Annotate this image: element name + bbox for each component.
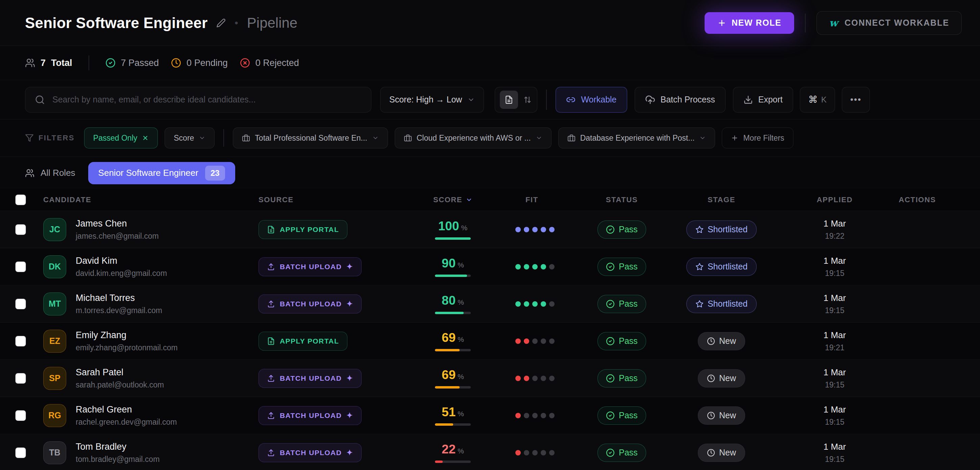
- fit-dot: [532, 450, 538, 456]
- tab-senior-software-engineer[interactable]: Senior Software Engineer 23: [88, 162, 235, 184]
- row-checkbox[interactable]: [16, 373, 26, 384]
- tab-all-roles[interactable]: All Roles: [25, 168, 75, 178]
- stage-badge: New: [698, 369, 745, 387]
- candidate-name[interactable]: David Kim: [76, 256, 167, 266]
- fit-dot: [515, 264, 521, 269]
- sort-arrows-icon[interactable]: [523, 95, 532, 105]
- stage-label: New: [719, 448, 736, 457]
- passed-only-label: Passed Only: [93, 134, 137, 143]
- candidate-name[interactable]: Sarah Patel: [76, 367, 164, 378]
- pipeline-app: Senior Software Engineer • Pipeline NEW …: [0, 0, 980, 470]
- fit-dot: [524, 338, 529, 344]
- row-checkbox[interactable]: [16, 225, 26, 235]
- column-header-stage: STAGE: [678, 196, 779, 204]
- edit-pencil-icon[interactable]: [216, 18, 226, 28]
- chevron-down-icon: [536, 135, 542, 141]
- new-role-button[interactable]: NEW ROLE: [705, 12, 794, 34]
- stats-bar: 7 Total 7 Passed 0 Pending 0 Rejected: [0, 46, 980, 80]
- candidate-name[interactable]: Tom Bradley: [76, 441, 159, 452]
- candidate-name[interactable]: Rachel Green: [76, 405, 177, 415]
- candidate-name[interactable]: James Chen: [76, 218, 159, 229]
- source-label: BATCH UPLOAD: [280, 374, 342, 382]
- batch-process-button[interactable]: Batch Process: [635, 87, 725, 113]
- stage-label: New: [719, 411, 736, 420]
- upload-icon: [267, 449, 275, 457]
- candidate-email: david.kim.eng@gmail.com: [76, 269, 167, 278]
- column-header-score[interactable]: SCORE: [421, 196, 505, 204]
- avatar: RG: [43, 404, 66, 427]
- close-icon[interactable]: [142, 135, 149, 141]
- funnel-icon: [25, 134, 34, 142]
- star-icon: [695, 300, 703, 308]
- filter-chip-metric-1[interactable]: Total Professional Software En...: [233, 127, 388, 148]
- table-row: JC James Chen james.chen@gmail.com APPLY…: [0, 211, 980, 248]
- fit-dot: [549, 227, 555, 232]
- card-view-icon[interactable]: [500, 91, 518, 109]
- fit-dot: [524, 413, 529, 418]
- filter-chip-metric-2[interactable]: Cloud Experience with AWS or ...: [395, 127, 552, 148]
- filter-chip-metric-3[interactable]: Database Experience with Post...: [558, 127, 715, 148]
- score-percent-sign: %: [461, 224, 468, 232]
- new-role-label: NEW ROLE: [732, 18, 782, 28]
- candidate-email: rachel.green.dev@gmail.com: [76, 417, 177, 427]
- source-label: BATCH UPLOAD: [280, 449, 342, 457]
- table-row: RG Rachel Green rachel.green.dev@gmail.c…: [0, 397, 980, 434]
- source-badge: BATCH UPLOAD ✦: [259, 406, 361, 425]
- sort-dropdown[interactable]: Score: High → Low: [380, 87, 484, 113]
- fit-dot: [549, 264, 555, 269]
- applied-date: 1 Mar 19:21: [779, 330, 891, 352]
- score: 69 %: [435, 368, 471, 389]
- star-icon: [695, 226, 703, 234]
- source-badge: BATCH UPLOAD ✦: [259, 443, 361, 462]
- applied-date: 1 Mar 19:15: [779, 441, 891, 464]
- select-all-checkbox[interactable]: [16, 195, 26, 205]
- export-button[interactable]: Export: [733, 87, 793, 113]
- candidate-name[interactable]: Emily Zhang: [76, 330, 178, 341]
- connect-workable-button[interactable]: w CONNECT WORKABLE: [816, 11, 962, 35]
- command-k-label: K: [821, 95, 827, 105]
- score: 100 %: [435, 219, 471, 240]
- candidate-name[interactable]: Michael Torres: [76, 293, 162, 303]
- stat-pending: 0 Pending: [171, 58, 228, 68]
- row-checkbox[interactable]: [16, 411, 26, 421]
- command-k-button[interactable]: ⌘ K: [800, 87, 835, 113]
- active-role-label: Senior Software Engineer: [98, 168, 198, 178]
- fit-dot: [532, 264, 538, 269]
- toolbar: Score: High → Low Workable Batch Proce: [0, 80, 980, 119]
- sort-value: Score: High → Low: [389, 95, 462, 105]
- avatar: TB: [43, 441, 66, 464]
- row-checkbox[interactable]: [16, 336, 26, 346]
- more-filters-button[interactable]: More Filters: [722, 127, 793, 148]
- search-input[interactable]: [52, 94, 361, 105]
- fit-dot: [541, 338, 546, 344]
- top-header: Senior Software Engineer • Pipeline NEW …: [0, 0, 980, 46]
- check-circle-icon: [105, 58, 116, 68]
- score-value: 69: [442, 331, 455, 345]
- row-checkbox[interactable]: [16, 448, 26, 458]
- row-checkbox[interactable]: [16, 262, 26, 272]
- fit-dot: [541, 301, 546, 307]
- status-label: Pass: [619, 411, 638, 420]
- score-percent-sign: %: [458, 373, 464, 381]
- score-chip-label: Score: [174, 134, 194, 143]
- filter-chip-passed-only[interactable]: Passed Only: [84, 127, 158, 148]
- workable-button[interactable]: Workable: [555, 87, 627, 113]
- fit-dot: [541, 227, 546, 232]
- filter-chip-score[interactable]: Score: [165, 127, 215, 148]
- avatar: MT: [43, 293, 66, 315]
- fit-dots: [515, 338, 583, 344]
- score-percent-sign: %: [458, 447, 464, 455]
- candidate-email: emily.zhang@protonmail.com: [76, 343, 178, 352]
- metric-chip-label: Total Professional Software En...: [255, 134, 367, 143]
- filters-separator: [223, 129, 224, 147]
- source-badge: APPLY PORTAL ✦: [259, 220, 347, 239]
- clock-icon: [707, 374, 715, 382]
- chevron-down-icon: [199, 135, 205, 141]
- status-badge: Pass: [597, 444, 646, 462]
- stage-badge: New: [698, 444, 745, 462]
- stat-rejected-label: 0 Rejected: [256, 58, 299, 68]
- more-options-button[interactable]: •••: [842, 87, 870, 113]
- sparkles-icon: ✦: [346, 300, 353, 308]
- chevron-down-icon: [467, 96, 475, 104]
- row-checkbox[interactable]: [16, 299, 26, 309]
